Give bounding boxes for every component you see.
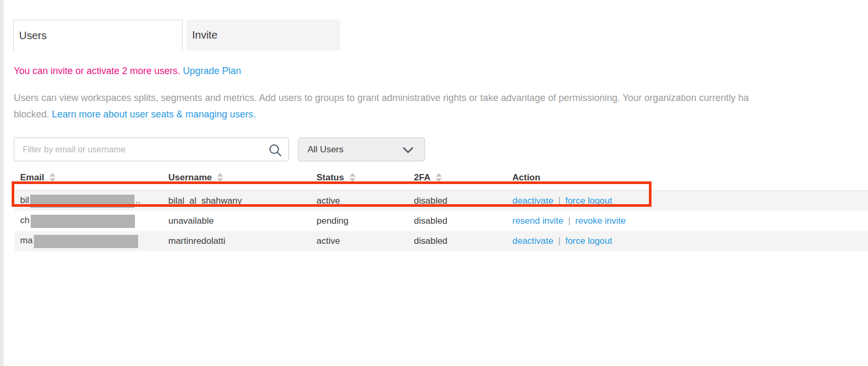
sort-icon[interactable] <box>217 173 223 182</box>
column-header-action: Action <box>512 162 868 191</box>
resend-invite-link[interactable]: resend invite <box>512 216 563 226</box>
learn-more-link[interactable]: Learn more about user seats & managing u… <box>52 109 256 120</box>
filter-input[interactable] <box>14 138 288 161</box>
username-cell: martinredolatti <box>168 231 317 251</box>
column-header-username-label: Username <box>168 172 212 182</box>
email-truncation: .. <box>135 195 140 205</box>
email-text: ch <box>20 215 30 225</box>
username-cell: bilal_al_shahwany <box>168 191 317 211</box>
seat-limit-message: You can invite or activate 2 more users. <box>14 66 180 76</box>
table-row: ch unavailable pending disabled resend i… <box>15 211 868 231</box>
column-header-2fa-label: 2FA <box>414 172 430 182</box>
users-filter-dropdown[interactable]: All Users <box>298 138 425 161</box>
username-cell: unavailable <box>168 211 317 231</box>
dropdown-selected-label: All Users <box>308 144 343 155</box>
tab-invite[interactable]: Invite <box>186 20 340 51</box>
status-cell: pending <box>317 211 414 231</box>
status-cell: active <box>317 191 414 211</box>
action-cell: resend invite|revoke invite <box>512 211 868 231</box>
table-header-row: Email Username Status 2FA Action <box>15 162 868 191</box>
sort-icon[interactable] <box>349 173 356 182</box>
action-separator: | <box>554 196 565 206</box>
seat-limit-notice: You can invite or activate 2 more users.… <box>14 66 241 77</box>
action-separator: | <box>554 236 565 246</box>
column-header-action-label: Action <box>512 172 540 182</box>
force-logout-link[interactable]: force logout <box>565 236 612 246</box>
revoke-invite-link[interactable]: revoke invite <box>575 216 626 226</box>
users-table-container: Email Username Status 2FA Action <box>15 162 868 251</box>
chevron-down-icon <box>402 146 414 157</box>
column-header-username[interactable]: Username <box>168 162 317 191</box>
search-icon <box>268 143 282 159</box>
description-line2: blocked. Learn more about user seats & m… <box>14 106 868 123</box>
column-header-2fa[interactable]: 2FA <box>414 162 512 191</box>
email-text: ma <box>20 235 33 245</box>
tab-users-label: Users <box>19 30 47 42</box>
description-line1: Users can view workspaces splits, segmen… <box>14 90 868 106</box>
redacted-email <box>34 235 138 248</box>
action-cell: deactivate|force logout <box>512 191 868 211</box>
deactivate-link[interactable]: deactivate <box>512 196 554 206</box>
user-admin-page: Users Invite You can invite or activate … <box>0 0 868 366</box>
force-logout-link[interactable]: force logout <box>565 196 612 206</box>
table-controls: All Users <box>14 138 425 161</box>
email-cell: ma <box>15 231 168 251</box>
status-cell: active <box>317 231 414 251</box>
redacted-email <box>30 195 134 208</box>
email-cell: bil.. <box>15 191 168 211</box>
upgrade-plan-link[interactable]: Upgrade Plan <box>183 66 241 76</box>
column-header-email-label: Email <box>20 172 44 182</box>
deactivate-link[interactable]: deactivate <box>512 236 554 246</box>
tab-invite-label: Invite <box>192 29 218 41</box>
action-separator: | <box>563 216 575 226</box>
tab-bar: Users Invite <box>13 20 340 51</box>
description-line2-text: blocked. <box>14 109 52 120</box>
twofa-cell: disabled <box>414 211 512 231</box>
users-table: Email Username Status 2FA Action <box>15 162 868 251</box>
table-row: ma martinredolatti active disabled deact… <box>15 231 868 251</box>
description-paragraph: Users can view workspaces splits, segmen… <box>14 90 868 123</box>
sort-icon[interactable] <box>49 173 56 182</box>
table-row: bil.. bilal_al_shahwany active disabled … <box>15 191 868 211</box>
column-header-email[interactable]: Email <box>15 162 168 191</box>
twofa-cell: disabled <box>414 191 512 211</box>
twofa-cell: disabled <box>414 231 512 251</box>
action-cell: deactivate|force logout <box>512 231 868 251</box>
tab-users[interactable]: Users <box>13 20 183 51</box>
column-header-status[interactable]: Status <box>317 162 414 191</box>
email-text: bil <box>20 195 29 205</box>
filter-box <box>14 138 289 161</box>
sort-icon[interactable] <box>436 173 442 182</box>
redacted-email <box>31 215 135 228</box>
email-cell: ch <box>15 211 168 231</box>
column-header-status-label: Status <box>317 172 344 182</box>
